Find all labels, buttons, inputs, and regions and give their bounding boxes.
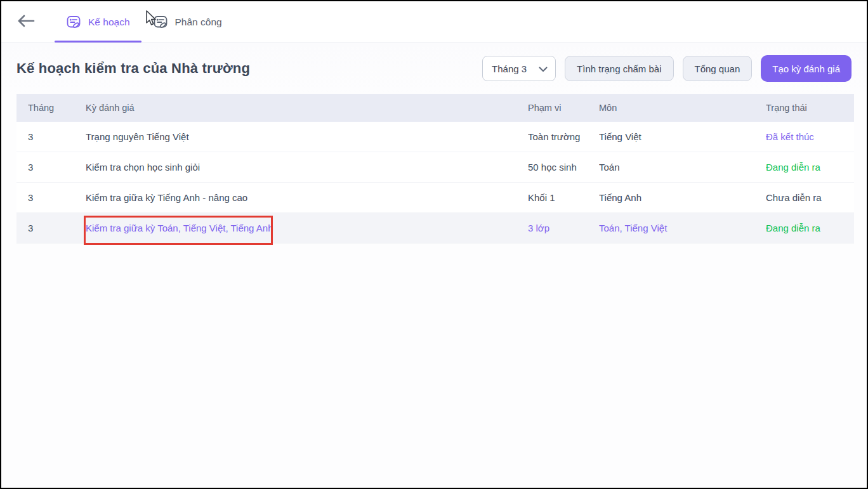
chevron-down-icon <box>539 63 548 74</box>
arrow-left-icon <box>16 14 36 30</box>
tab-phan-cong[interactable]: Phân công <box>141 1 233 42</box>
cell-subject: Tiếng Anh <box>599 192 766 203</box>
cell-assessment-name: Kiểm tra giữa kỳ Tiếng Anh - nâng cao <box>86 192 528 203</box>
plan-document-icon <box>66 15 81 30</box>
table-row[interactable]: 3 Kiểm tra chọn học sinh giỏi 50 học sin… <box>16 152 854 183</box>
cell-scope-link[interactable]: 3 lớp <box>528 223 599 233</box>
tab-ke-hoach-label: Kế hoạch <box>88 16 130 28</box>
month-filter-value: Tháng 3 <box>492 63 527 74</box>
cell-subject: Toán <box>599 162 766 173</box>
content-header: Kế hoạch kiểm tra của Nhà trường Tháng 3… <box>1 43 867 94</box>
header-controls: Tháng 3 Tình trạng chấm bài Tổng quan Tạ… <box>482 55 852 82</box>
cell-month: 3 <box>28 131 86 142</box>
tab-ke-hoach[interactable]: Kế hoạch <box>55 1 141 42</box>
tab-phan-cong-label: Phân công <box>175 16 222 28</box>
table-header-row: Tháng Kỳ đánh giá Phạm vi Môn Trạng thái <box>16 94 854 122</box>
cell-assessment-name: Trạng nguyên Tiếng Việt <box>86 131 528 142</box>
cell-assessment-name-link[interactable]: Kiểm tra giữa kỳ Toán, Tiếng Việt, Tiếng… <box>86 223 528 233</box>
cell-month: 3 <box>28 162 86 173</box>
cell-scope: 50 học sinh <box>528 162 599 173</box>
assessment-table: Tháng Kỳ đánh giá Phạm vi Môn Trạng thái… <box>16 94 854 244</box>
cell-scope: Khối 1 <box>528 192 599 203</box>
status-badge: Đang diễn ra <box>766 223 854 233</box>
col-header-scope: Phạm vi <box>528 103 599 113</box>
cell-subject: Tiếng Việt <box>599 131 766 142</box>
col-header-month: Tháng <box>28 103 86 113</box>
cell-scope: Toàn trường <box>528 131 599 142</box>
col-header-assessment: Kỳ đánh giá <box>86 103 528 113</box>
status-badge: Đang diễn ra <box>766 162 854 173</box>
grading-status-button[interactable]: Tình trạng chấm bài <box>565 56 673 81</box>
create-assessment-button[interactable]: Tạo kỳ đánh giá <box>761 55 852 82</box>
page-title: Kế hoạch kiểm tra của Nhà trường <box>16 60 250 77</box>
table-body: 3 Trạng nguyên Tiếng Việt Toàn trường Ti… <box>16 122 854 244</box>
overview-button[interactable]: Tổng quan <box>683 56 753 81</box>
col-header-subject: Môn <box>599 103 766 113</box>
top-bar: Kế hoạch Phân công <box>1 1 867 43</box>
cell-assessment-name: Kiểm tra chọn học sinh giỏi <box>86 162 528 173</box>
table-row[interactable]: 3 Kiểm tra giữa kỳ Tiếng Anh - nâng cao … <box>16 183 854 213</box>
cell-subject-link[interactable]: Toán, Tiếng Việt <box>599 223 766 233</box>
table-row[interactable]: 3 Trạng nguyên Tiếng Việt Toàn trường Ti… <box>16 122 854 152</box>
table-row-selected[interactable]: 3 Kiểm tra giữa kỳ Toán, Tiếng Việt, Tiế… <box>16 213 854 244</box>
back-button[interactable] <box>16 1 44 42</box>
month-filter-select[interactable]: Tháng 3 <box>482 56 556 81</box>
status-badge: Chưa diễn ra <box>766 192 854 203</box>
tab-bar: Kế hoạch Phân công <box>55 1 233 42</box>
status-badge: Đã kết thúc <box>766 131 854 142</box>
cell-month: 3 <box>28 223 86 233</box>
col-header-status: Trạng thái <box>766 103 854 113</box>
app-window: Kế hoạch Phân công Kế hoạch kiểm tra của… <box>0 0 868 489</box>
cell-month: 3 <box>28 192 86 203</box>
assignment-document-icon <box>153 15 168 30</box>
